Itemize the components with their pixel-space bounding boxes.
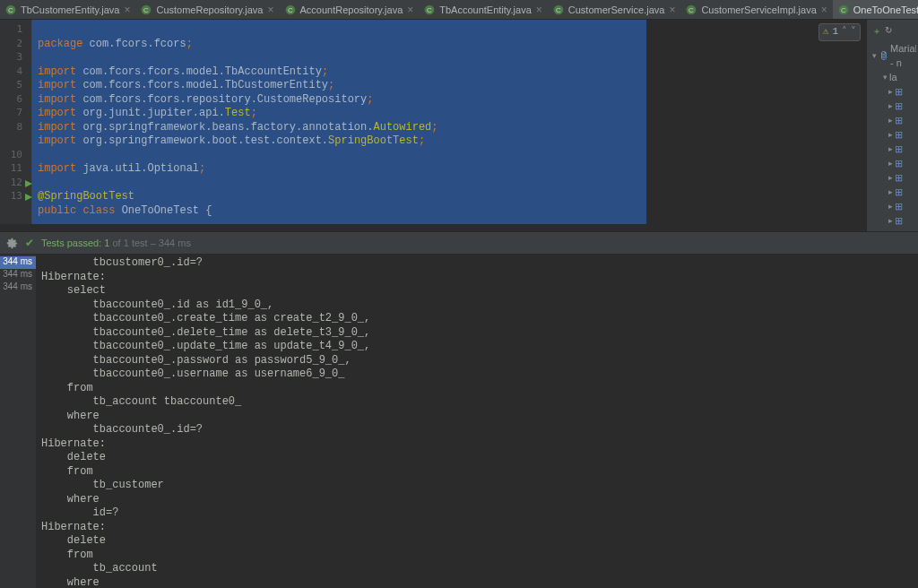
svg-marker-17 <box>25 194 32 201</box>
editor-tab[interactable]: CAccountRepository.java× <box>280 0 420 19</box>
close-icon[interactable]: × <box>536 4 542 16</box>
java-class-icon: C <box>553 4 564 15</box>
test-timings-gutter: 344 ms 344 ms 344 ms <box>0 255 36 588</box>
tab-label: CustomerServiceImpl.java <box>701 4 816 15</box>
editor-tab[interactable]: CTbCustomerEntity.java× <box>0 0 135 19</box>
svg-text:C: C <box>689 6 695 14</box>
java-class-icon: C <box>141 4 152 15</box>
db-table-row[interactable]: ▸⊞ <box>872 213 916 228</box>
gutter-line: 13 <box>0 190 31 204</box>
db-table-row[interactable]: ▸⊞ <box>872 199 916 213</box>
timing-row[interactable]: 344 ms <box>0 269 36 281</box>
test-results-header: ✔ Tests passed: 1 of 1 test – 344 ms <box>0 231 918 255</box>
editor-pane: 1234567810111213 package com.fcors.fcors… <box>0 20 866 224</box>
gutter-line: 1 <box>0 23 31 38</box>
db-table-row[interactable]: ▸⊞ <box>872 170 916 185</box>
gutter-line: 6 <box>0 93 31 108</box>
chevron-down-icon[interactable]: ˅ <box>851 25 856 39</box>
db-icon: 🛢 <box>879 48 888 63</box>
gutter-line: 12 <box>0 177 31 191</box>
db-table-row[interactable]: ▸⊞ <box>872 99 916 113</box>
editor-tabbar: CTbCustomerEntity.java×CCustomeRepositor… <box>0 0 918 20</box>
plus-icon[interactable]: ＋ <box>872 25 881 38</box>
warning-count: 1 <box>832 25 838 39</box>
tab-label: AccountRepository.java <box>300 4 403 15</box>
tab-label: CustomerService.java <box>568 4 665 15</box>
editor-tab[interactable]: CCustomeRepository.java× <box>135 0 279 19</box>
java-class-icon: C <box>285 4 296 15</box>
gutter-line: 11 <box>0 162 31 177</box>
timing-row[interactable]: 344 ms <box>0 256 36 269</box>
java-class-icon: C <box>5 4 16 15</box>
svg-text:C: C <box>144 6 150 14</box>
close-icon[interactable]: × <box>407 4 413 16</box>
gutter-line: 3 <box>0 51 31 65</box>
editor-tab[interactable]: CCustomerServiceImpl.java× <box>680 0 832 19</box>
tests-meta-label: of 1 test – 344 ms <box>109 238 191 248</box>
db-table-row[interactable]: ▸⊞ <box>872 156 916 170</box>
refresh-icon[interactable]: ↻ <box>885 25 892 38</box>
console-body: 344 ms 344 ms 344 ms tbcustomer0_.id=? H… <box>0 255 918 588</box>
tab-label: CustomeRepository.java <box>156 4 263 15</box>
database-sidepanel: ＋ ↻ ▾ 🛢 MariaDB - n ▾la ▸⊞ ▸⊞ ▸⊞ ▸⊞ ▸⊞ ▸… <box>866 20 918 231</box>
editor-tab[interactable]: CCustomerService.java× <box>548 0 681 19</box>
editor-badges[interactable]: ⚠ 1 ˄ ˅ <box>818 23 861 41</box>
timing-row[interactable]: 344 ms <box>0 281 36 294</box>
editor-tab[interactable]: COneToOneTest.java× <box>833 0 918 19</box>
db-datasource-node[interactable]: ▾ 🛢 MariaDB - n <box>872 41 916 70</box>
gutter-line: 5 <box>0 79 31 93</box>
gutter-line: 4 <box>0 65 31 80</box>
gear-icon[interactable] <box>5 237 18 249</box>
svg-text:C: C <box>841 6 846 14</box>
svg-text:C: C <box>427 6 432 14</box>
gutter-line: 8 <box>0 121 31 135</box>
check-icon: ✔ <box>25 237 34 249</box>
gutter-line <box>0 134 31 149</box>
close-icon[interactable]: × <box>124 4 130 16</box>
chevron-up-icon[interactable]: ˄ <box>842 25 847 39</box>
db-table-row[interactable]: ▸⊞ <box>872 84 916 99</box>
caret-down-icon: ▾ <box>872 48 877 63</box>
db-table-row[interactable]: ▸⊞ <box>872 142 916 156</box>
tabs-list: CTbCustomerEntity.java×CCustomeRepositor… <box>0 0 918 19</box>
svg-text:C: C <box>8 6 13 14</box>
db-schema-node[interactable]: ▾la <box>872 70 916 84</box>
db-tree[interactable]: ▾ 🛢 MariaDB - n ▾la ▸⊞ ▸⊞ ▸⊞ ▸⊞ ▸⊞ ▸⊞ ▸⊞… <box>869 41 916 228</box>
gutter-line: 10 <box>0 149 31 163</box>
svg-marker-16 <box>25 180 32 187</box>
gutter-line: 2 <box>0 38 31 52</box>
svg-text:C: C <box>556 6 561 14</box>
java-class-icon: C <box>424 4 435 15</box>
db-toolbar: ＋ ↻ <box>869 23 916 39</box>
code-editor[interactable]: package com.fcors.fcors; import com.fcor… <box>32 20 866 224</box>
tab-label: TbAccountEntity.java <box>439 4 532 15</box>
db-table-row[interactable]: ▸⊞ <box>872 113 916 127</box>
svg-text:C: C <box>288 6 293 14</box>
gutter-line: 7 <box>0 107 31 121</box>
java-class-icon: C <box>686 4 697 15</box>
tests-passed-label: Tests passed: 1 <box>41 238 109 248</box>
tab-label: TbCustomerEntity.java <box>21 4 119 15</box>
db-table-row[interactable]: ▸⊞ <box>872 127 916 142</box>
close-icon[interactable]: × <box>267 4 273 16</box>
close-icon[interactable]: × <box>821 4 827 16</box>
warning-icon: ⚠ <box>823 25 829 39</box>
tab-label: OneToOneTest.java <box>853 4 918 15</box>
java-class-icon: C <box>838 4 849 15</box>
db-table-row[interactable]: ▸⊞ <box>872 185 916 199</box>
close-icon[interactable]: × <box>669 4 675 16</box>
console-log[interactable]: tbcustomer0_.id=? Hibernate: select tbac… <box>36 255 918 588</box>
editor-gutter: 1234567810111213 <box>0 20 32 224</box>
editor-tab[interactable]: CTbAccountEntity.java× <box>419 0 548 19</box>
